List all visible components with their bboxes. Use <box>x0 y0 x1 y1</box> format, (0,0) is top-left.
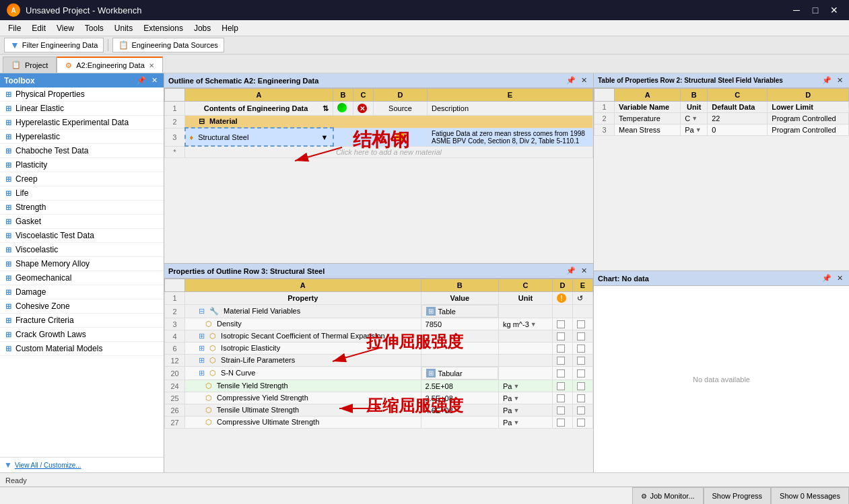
toolbox-item-hyperelastic-exp[interactable]: ⊞ Hyperelastic Experimental Data <box>0 116 164 130</box>
toolbox-item-crack-growth[interactable]: ⊞ Crack Growth Laws <box>0 328 164 342</box>
toolbox-pin-btn[interactable]: 📌 <box>135 75 148 85</box>
unit-dropdown-26[interactable]: ▼ <box>513 407 519 414</box>
menu-view[interactable]: View <box>51 22 79 34</box>
engineering-data-sources-btn[interactable]: 📋 Engineering Data Sources <box>112 38 224 52</box>
close-button[interactable]: ✕ <box>826 3 842 17</box>
top-unit-dropdown-2[interactable]: ▼ <box>691 115 698 122</box>
filter-engineering-data-btn[interactable]: ▼ Filter Engineering Data <box>4 38 104 52</box>
toolbox-item-cohesive-zone[interactable]: ⊞ Cohesive Zone <box>0 299 164 314</box>
top-unit-dropdown-3[interactable]: ▼ <box>695 127 702 133</box>
tab-project[interactable]: 📋 Project <box>3 57 57 73</box>
material-collapse-icon[interactable]: ⊟ <box>199 117 205 125</box>
add-material-cell[interactable]: Click here to add a new material <box>185 146 593 158</box>
prop-expand-icon-6[interactable]: ⊞ <box>199 344 205 352</box>
view-all-link[interactable]: View All / Customize... <box>15 462 81 469</box>
prop-row-20[interactable]: 20 ⊞ ⬡ S-N Curve ⊞ Tabular <box>165 367 593 380</box>
toolbox-item-chaboche[interactable]: ⊞ Chaboche Test Data <box>0 144 164 158</box>
properties-close-btn[interactable]: ✕ <box>579 266 589 276</box>
structural-steel-cell[interactable]: ♦ Structural Steel ▼ <box>185 128 333 146</box>
top-pin-btn[interactable]: 📌 <box>820 75 834 85</box>
outline-close-btn[interactable]: ✕ <box>579 75 589 85</box>
properties-pin-btn[interactable]: 📌 <box>564 266 578 276</box>
outline-table-scroll[interactable]: A B C D E 1 Contents of Engineering D <box>164 88 593 263</box>
minimize-button[interactable]: ─ <box>788 3 805 17</box>
prop-row-4[interactable]: 4 ⊞ ⬡ Isotropic Secant Coefficient of Th… <box>165 330 593 343</box>
toolbox-item-life[interactable]: ⊞ Life <box>0 186 164 201</box>
unit-dropdown-3[interactable]: ▼ <box>531 321 537 328</box>
prop-row-26[interactable]: 26 ⬡ Tensile Ultimate Strength 4.6E+08 P… <box>165 404 593 417</box>
toolbox-item-custom-material[interactable]: ⊞ Custom Material Models <box>0 342 164 356</box>
prop-row-24-value[interactable]: 2.5E+08 <box>421 380 498 392</box>
prop-row-25-value[interactable]: 2.5E+08 <box>421 392 498 404</box>
checkbox-12-d[interactable] <box>557 357 565 365</box>
checkbox-6-e[interactable] <box>577 345 585 353</box>
prop-row-26-value[interactable]: 4.6E+08 <box>421 404 498 417</box>
checkbox-4-e[interactable] <box>577 332 585 340</box>
checkbox-3-e[interactable] <box>577 320 585 328</box>
chart-pin-btn[interactable]: 📌 <box>820 273 834 283</box>
toolbox-item-physical-properties[interactable]: ⊞ Physical Properties <box>0 87 164 102</box>
toolbox-item-fracture[interactable]: ⊞ Fracture Criteria <box>0 314 164 328</box>
toolbox-item-damage[interactable]: ⊞ Damage <box>0 285 164 299</box>
menu-tools[interactable]: Tools <box>79 22 109 34</box>
toolbox-item-viscoelastic[interactable]: ⊞ Viscoelastic <box>0 243 164 257</box>
checkbox-6-d[interactable] <box>557 345 565 353</box>
toolbox-item-geomechanical[interactable]: ⊞ Geomechanical <box>0 271 164 285</box>
properties-table-scroll[interactable]: A B C D E 1 Property Value <box>164 279 593 472</box>
maximize-button[interactable]: □ <box>807 3 823 17</box>
menu-help[interactable]: Help <box>216 22 244 34</box>
prop-row-3[interactable]: 3 ⬡ Density 7850 kg m^-3 <box>165 318 593 330</box>
checkbox-24-d[interactable] <box>557 382 565 390</box>
toolbox-item-gasket[interactable]: ⊞ Gasket <box>0 215 164 229</box>
checkbox-26-d[interactable] <box>557 406 565 415</box>
menu-edit[interactable]: Edit <box>26 22 51 34</box>
checkbox-27-e[interactable] <box>577 419 585 427</box>
menu-jobs[interactable]: Jobs <box>189 22 216 34</box>
outline-row-structural-steel[interactable]: 3 ♦ Structural Steel ▼ <box>165 128 593 146</box>
outline-pin-btn[interactable]: 📌 <box>564 75 578 85</box>
toolbox-item-shape-memory[interactable]: ⊞ Shape Memory Alloy <box>0 257 164 271</box>
checkbox-24-e[interactable] <box>577 382 585 390</box>
prop-row-27-value[interactable] <box>421 417 498 429</box>
cell-dropdown-icon[interactable]: ▼ <box>321 133 329 141</box>
contents-sort-icon[interactable]: ⇅ <box>322 104 329 113</box>
top-row-3-default[interactable]: 0 <box>708 124 768 136</box>
prop-row-6[interactable]: 6 ⊞ ⬡ Isotropic Elasticity <box>165 343 593 355</box>
menu-units[interactable]: Units <box>109 22 138 34</box>
checkbox-4-d[interactable] <box>557 332 565 340</box>
prop-expand-icon-12[interactable]: ⊞ <box>199 356 205 364</box>
prop-row-25[interactable]: 25 ⬡ Compressive Yield Strength 2.5E+08 … <box>165 392 593 404</box>
checkbox-25-e[interactable] <box>577 394 585 402</box>
prop-row-2[interactable]: 2 ⊟ 🔧 Material Field Variables ⊞ Table <box>165 305 593 318</box>
checkbox-12-e[interactable] <box>577 357 585 365</box>
menu-file[interactable]: File <box>3 22 26 34</box>
toolbox-close-btn[interactable]: ✕ <box>149 75 160 85</box>
prop-expand-icon-20[interactable]: ⊞ <box>199 369 205 377</box>
checkbox-26-e[interactable] <box>577 406 585 415</box>
tab-close-btn[interactable]: ✕ <box>149 62 154 69</box>
toolbox-item-strength[interactable]: ⊞ Strength <box>0 201 164 215</box>
prop-expand-icon-4[interactable]: ⊞ <box>199 332 205 340</box>
checkbox-27-d[interactable] <box>557 419 565 427</box>
prop-row-27[interactable]: 27 ⬡ Compressive Ultimate Strength Pa <box>165 417 593 429</box>
job-monitor-btn[interactable]: ⚙ Job Monitor... <box>632 487 703 505</box>
checkbox-25-d[interactable] <box>557 394 565 402</box>
top-close-btn[interactable]: ✕ <box>835 75 845 85</box>
checkbox-3-d[interactable] <box>557 320 565 328</box>
checkbox-20-d[interactable] <box>557 369 565 377</box>
prop-expand-icon-2[interactable]: ⊟ <box>199 307 205 315</box>
toolbox-item-plasticity[interactable]: ⊞ Plasticity <box>0 158 164 172</box>
toolbox-item-viscoelastic-test[interactable]: ⊞ Viscoelastic Test Data <box>0 229 164 243</box>
top-table-scroll[interactable]: A B C D 1 Variable Name Unit Default Dat <box>594 88 849 271</box>
prop-row-12[interactable]: 12 ⊞ ⬡ Strain-Life Parameters <box>165 355 593 367</box>
top-row-2-default[interactable]: 22 <box>708 113 768 124</box>
toolbox-item-creep[interactable]: ⊞ Creep <box>0 172 164 186</box>
prop-row-24[interactable]: 24 ⬡ Tensile Yield Strength 2.5E+08 Pa <box>165 380 593 392</box>
top-row-2[interactable]: 2 Temperature C ▼ 22 P <box>595 113 849 124</box>
unit-dropdown-24[interactable]: ▼ <box>513 383 519 390</box>
toolbox-item-hyperelastic[interactable]: ⊞ Hyperelastic <box>0 130 164 144</box>
tab-engineering-data[interactable]: ⚙ A2:Engineering Data ✕ <box>57 57 163 73</box>
top-row-3[interactable]: 3 Mean Stress Pa ▼ 0 P <box>595 124 849 136</box>
outline-row-add[interactable]: * Click here to add a new material <box>165 146 593 158</box>
unit-dropdown-25[interactable]: ▼ <box>513 395 519 402</box>
